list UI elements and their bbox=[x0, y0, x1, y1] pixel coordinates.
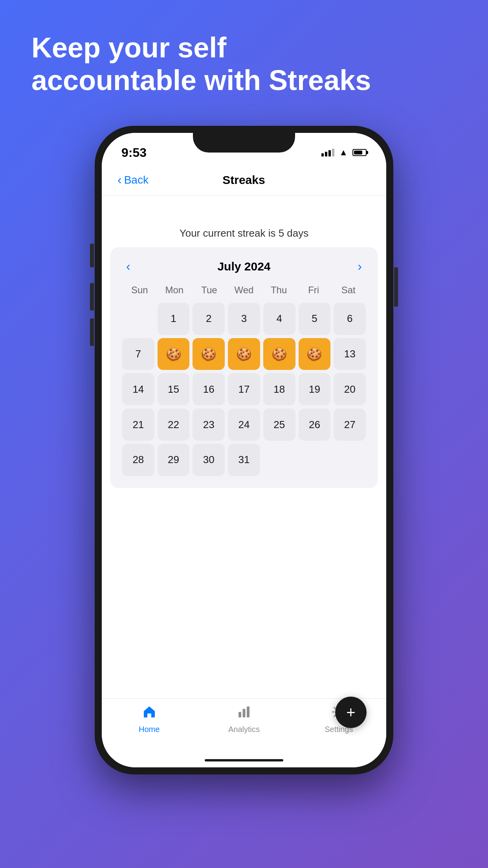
calendar-day[interactable]: 15 bbox=[158, 373, 190, 405]
calendar: ‹ July 2024 › Sun Mon Tue Wed Thu Fri Sa… bbox=[110, 247, 378, 488]
calendar-day[interactable]: 16 bbox=[193, 373, 225, 405]
weekday-sat: Sat bbox=[331, 281, 366, 299]
signal-icon bbox=[321, 149, 334, 156]
notch bbox=[193, 133, 295, 153]
calendar-day[interactable]: 🍪 bbox=[158, 338, 190, 370]
weekday-tue: Tue bbox=[192, 281, 227, 299]
calendar-month-title: July 2024 bbox=[217, 260, 270, 273]
calendar-day[interactable]: 3 bbox=[228, 303, 260, 335]
calendar-day[interactable]: 6 bbox=[334, 303, 366, 335]
wifi-icon: ▲ bbox=[339, 147, 348, 158]
back-label: Back bbox=[124, 174, 149, 186]
phone-mockup: 9:53 ▲ ‹ Back bbox=[95, 126, 393, 774]
weekday-thu: Thu bbox=[261, 281, 296, 299]
home-indicator-bar bbox=[205, 759, 283, 761]
headline-line2: accountable with Streaks bbox=[31, 64, 371, 97]
home-indicator bbox=[102, 753, 386, 767]
calendar-day[interactable]: 28 bbox=[122, 444, 154, 476]
weekday-wed: Wed bbox=[227, 281, 262, 299]
headline-line1: Keep your self bbox=[31, 31, 371, 64]
weekday-header: Sun Mon Tue Wed Thu Fri Sat bbox=[122, 281, 366, 299]
tab-analytics[interactable]: Analytics bbox=[196, 705, 291, 734]
calendar-day[interactable]: 27 bbox=[334, 408, 366, 441]
next-month-button[interactable]: › bbox=[354, 259, 366, 274]
calendar-day[interactable]: 19 bbox=[299, 373, 331, 405]
calendar-day[interactable]: 22 bbox=[158, 408, 190, 441]
calendar-day[interactable]: 13 bbox=[334, 338, 366, 370]
phone-shell: 9:53 ▲ ‹ Back bbox=[95, 126, 393, 774]
phone-screen: 9:53 ▲ ‹ Back bbox=[102, 133, 386, 767]
calendar-day[interactable]: 🍪 bbox=[263, 338, 295, 370]
weekday-mon: Mon bbox=[157, 281, 192, 299]
tab-home[interactable]: Home bbox=[102, 705, 196, 734]
calendar-day[interactable]: 🍪 bbox=[228, 338, 260, 370]
cookie-icon: 🍪 bbox=[306, 347, 322, 362]
calendar-day[interactable]: 1 bbox=[158, 303, 190, 335]
weekday-sun: Sun bbox=[122, 281, 157, 299]
battery-icon bbox=[352, 149, 367, 156]
calendar-day bbox=[299, 444, 331, 476]
calendar-day[interactable]: 21 bbox=[122, 408, 154, 441]
weekday-fri: Fri bbox=[296, 281, 331, 299]
calendar-day[interactable]: 26 bbox=[299, 408, 331, 441]
calendar-day[interactable]: 18 bbox=[263, 373, 295, 405]
calendar-day bbox=[122, 303, 154, 335]
content-area: Your current streak is 5 days ‹ July 202… bbox=[102, 196, 386, 698]
calendar-grid: 1234567🍪🍪🍪🍪🍪1314151617181920212223242526… bbox=[122, 303, 366, 476]
cookie-icon: 🍪 bbox=[272, 347, 287, 362]
status-bar: 9:53 ▲ bbox=[102, 133, 386, 164]
calendar-day[interactable]: 24 bbox=[228, 408, 260, 441]
calendar-day[interactable]: 🍪 bbox=[193, 338, 225, 370]
calendar-day bbox=[263, 444, 295, 476]
headline: Keep your self accountable with Streaks bbox=[0, 0, 402, 97]
calendar-day[interactable]: 29 bbox=[158, 444, 190, 476]
add-button[interactable]: + bbox=[335, 697, 367, 728]
cookie-icon: 🍪 bbox=[201, 347, 216, 362]
tab-home-label: Home bbox=[139, 725, 160, 734]
page-title: Streaks bbox=[149, 173, 339, 187]
calendar-day[interactable]: 25 bbox=[263, 408, 295, 441]
cookie-icon: 🍪 bbox=[166, 347, 182, 362]
status-time: 9:53 bbox=[121, 145, 147, 160]
calendar-day[interactable]: 14 bbox=[122, 373, 154, 405]
calendar-day[interactable]: 🍪 bbox=[299, 338, 331, 370]
calendar-day[interactable]: 2 bbox=[193, 303, 225, 335]
chevron-left-icon: ‹ bbox=[117, 173, 122, 187]
analytics-icon bbox=[237, 705, 251, 723]
vol-down-button bbox=[90, 318, 94, 346]
tab-analytics-label: Analytics bbox=[228, 725, 260, 734]
calendar-day[interactable]: 30 bbox=[193, 444, 225, 476]
home-icon bbox=[142, 705, 156, 723]
calendar-day[interactable]: 31 bbox=[228, 444, 260, 476]
cookie-icon: 🍪 bbox=[236, 347, 252, 362]
svg-rect-1 bbox=[242, 709, 245, 717]
calendar-day bbox=[334, 444, 366, 476]
svg-rect-2 bbox=[247, 706, 250, 717]
svg-rect-0 bbox=[238, 712, 241, 717]
calendar-day[interactable]: 23 bbox=[193, 408, 225, 441]
navigation-bar: ‹ Back Streaks bbox=[102, 164, 386, 196]
calendar-day[interactable]: 4 bbox=[263, 303, 295, 335]
streak-message: Your current streak is 5 days bbox=[180, 227, 309, 239]
calendar-day[interactable]: 7 bbox=[122, 338, 154, 370]
prev-month-button[interactable]: ‹ bbox=[122, 259, 134, 274]
back-button[interactable]: ‹ Back bbox=[117, 173, 149, 187]
calendar-day[interactable]: 20 bbox=[334, 373, 366, 405]
calendar-day[interactable]: 17 bbox=[228, 373, 260, 405]
status-icons: ▲ bbox=[321, 147, 367, 158]
vol-up-button bbox=[90, 283, 94, 311]
calendar-header: ‹ July 2024 › bbox=[122, 255, 366, 281]
calendar-day[interactable]: 5 bbox=[299, 303, 331, 335]
